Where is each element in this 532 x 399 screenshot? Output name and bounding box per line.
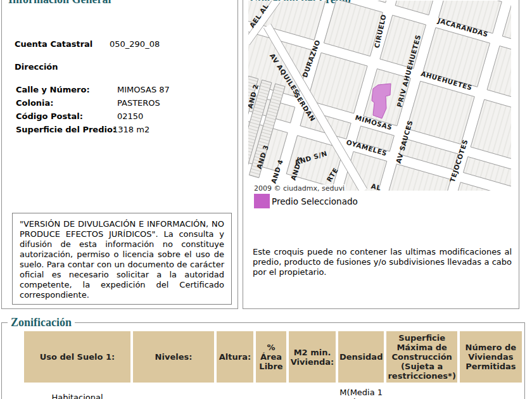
zonificacion-table: Uso del Suelo 1: Niveles: Altura: % Área… [22, 329, 524, 399]
header-area-libre: % Área Libre [256, 331, 286, 383]
disclaimer-box: "VERSIÓN DE DIVULGACIÓN E INFORMACIÓN, N… [12, 213, 232, 305]
cell-area-libre: 30 [256, 385, 286, 399]
colonia-label: Colonia: [16, 98, 54, 108]
codigo-postal-label: Código Postal: [16, 111, 83, 122]
table-header-row: Uso del Suelo 1: Niveles: Altura: % Área… [24, 331, 522, 383]
calle-numero-label: Calle y Número: [16, 85, 90, 95]
header-numero-viviendas: Número de Viviendas Permitidas [460, 331, 522, 383]
panel-title-informacion-general: Información General [8, 0, 238, 6]
map-attribution: 2009 © ciudadmx, seduvi [253, 184, 346, 193]
uso-value: Habitacional [25, 393, 129, 399]
header-altura: Altura: [217, 331, 253, 383]
colonia-value: PASTEROS [117, 98, 160, 108]
table-row: Habitacional Ver Tabla de Uso 4 -*- 30 0… [24, 385, 522, 399]
predio-legend-label: Predio Seleccionado [272, 196, 358, 206]
header-m2-min-vivienda: M2 min. Vivienda: [289, 331, 336, 383]
panel-ubicacion-predio: Ubicación del Predio [243, 0, 519, 309]
cell-viviendas: 26 [460, 385, 522, 399]
cell-niveles: 4 [133, 385, 214, 399]
header-densidad: Densidad [338, 331, 384, 383]
zonificacion-title: Zonificación [8, 316, 75, 329]
calle-numero-value: MIMOSAS 87 [117, 85, 170, 95]
direccion-label: Dirección [15, 62, 58, 72]
street-label-al: AL [370, 182, 382, 191]
page: Información General Cuenta Catastral 050… [0, 0, 532, 399]
panel-informacion-general: Información General Cuenta Catastral 050… [1, 0, 238, 309]
map-svg: AEL AL AV AQUILES SERDAN DURAZNO CIRUELO… [248, 1, 511, 191]
cuenta-catastral-label: Cuenta Catastral [15, 39, 92, 49]
header-niveles: Niveles: [133, 331, 214, 383]
header-uso-del-suelo: Uso del Suelo 1: [24, 331, 130, 383]
cell-m2-min: 0 [289, 385, 336, 399]
cell-uso-del-suelo: Habitacional Ver Tabla de Uso [24, 385, 130, 399]
zonificacion-section: Zonificación Uso del Suelo 1: Niveles: A… [1, 322, 525, 399]
croquis-note: Este croquis puede no contener las ultim… [253, 247, 512, 277]
cell-superficie: 3691 [386, 385, 457, 399]
header-superficie-maxima: Superficie Máxima de Construcción (Sujet… [386, 331, 457, 383]
superficie-predio-label: Superficie del Predio: [16, 125, 116, 135]
cell-densidad: M(Media 1 viv/50 m2) [338, 385, 384, 399]
cell-altura: -*- [217, 385, 253, 399]
predio-legend-swatch [254, 194, 270, 208]
cuenta-catastral-value: 050_290_08 [110, 39, 160, 49]
map: AEL AL AV AQUILES SERDAN DURAZNO CIRUELO… [248, 1, 511, 191]
codigo-postal-value: 02150 [117, 111, 143, 122]
superficie-predio-value: 1318 m2 [113, 125, 149, 135]
